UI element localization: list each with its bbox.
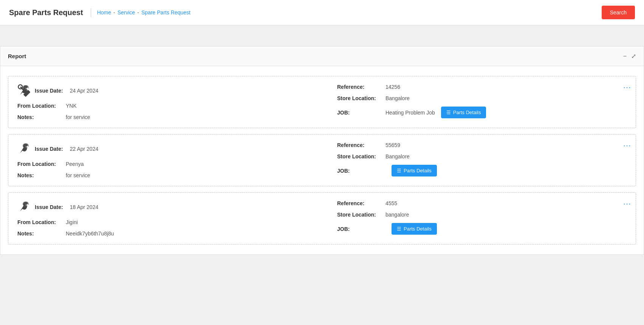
from-location-row-3: From Location: Jigini — [17, 219, 322, 225]
minimize-icon[interactable]: − — [623, 53, 627, 60]
from-location-row-2: From Location: Peenya — [17, 161, 322, 167]
store-location-value-3: bangalore — [385, 212, 409, 218]
parts-details-label-2: Parts Details — [404, 168, 432, 173]
job-row-2: JOB: ☰ Parts Details — [337, 165, 627, 176]
job-field-row-1: JOB: Heating Problem Job — [337, 110, 435, 116]
breadcrumb-service[interactable]: Service — [118, 9, 135, 15]
notes-row-2: Notes: for service — [17, 172, 322, 178]
reference-label-1: Reference: — [337, 84, 382, 90]
reference-row-1: Reference: 14256 — [337, 84, 627, 90]
job-value-1: Heating Problem Job — [385, 110, 435, 116]
notes-value-3: Neeidk7yb6th7u8j8u — [66, 231, 114, 237]
breadcrumb-home[interactable]: Home — [97, 9, 111, 15]
list-icon-1: ☰ — [446, 110, 451, 115]
record-card-3: ⋮ Issue Date: 18 Apr 2024 From Loca — [8, 192, 636, 245]
breadcrumb-sep-1: - — [113, 9, 115, 15]
breadcrumb: Home - Service - Spare Parts Request — [97, 9, 190, 15]
job-row-1: JOB: Heating Problem Job ☰ Parts Details — [337, 107, 627, 118]
issue-date-row-2: Issue Date: 22 Apr 2024 — [17, 142, 322, 156]
issue-date-row-3: Issue Date: 18 Apr 2024 — [17, 200, 322, 214]
from-location-value-3: Jigini — [66, 219, 78, 225]
record-card: ⋮ — [8, 76, 636, 128]
reference-row-2: Reference: 55659 — [337, 142, 627, 148]
wrench-icon-1 — [17, 84, 31, 98]
issue-date-row-1: Issue Date: 24 Apr 2024 — [17, 84, 322, 98]
job-label-group-1: JOB: Heating Problem Job — [337, 110, 435, 116]
sub-header — [0, 25, 644, 46]
reference-value-1: 14256 — [385, 84, 400, 90]
job-field-row-3: JOB: — [337, 226, 385, 232]
record-right-2: Reference: 55659 Store Location: Bangalo… — [322, 142, 627, 178]
store-location-row-2: Store Location: Bangalore — [337, 153, 627, 159]
app-title: Spare Parts Request — [9, 8, 91, 17]
main-content: Report − ⤢ ⋮ — [0, 46, 644, 255]
app-header: Spare Parts Request Home - Service - Spa… — [0, 0, 644, 25]
store-location-row-3: Store Location: bangalore — [337, 212, 627, 218]
report-header: Report − ⤢ — [0, 46, 644, 66]
parts-details-button-1[interactable]: ☰ Parts Details — [441, 107, 486, 118]
store-location-label-1: Store Location: — [337, 95, 382, 101]
notes-value-1: for service — [66, 114, 90, 120]
parts-details-button-3[interactable]: ☰ Parts Details — [392, 223, 437, 235]
reference-value-3: 4555 — [385, 200, 397, 206]
list-icon-3: ☰ — [397, 226, 401, 232]
job-row-3: JOB: ☰ Parts Details — [337, 223, 627, 235]
notes-label-2: Notes: — [17, 172, 63, 178]
notes-row-1: Notes: for service — [17, 114, 322, 120]
record-grid-1: Issue Date: 24 Apr 2024 From Location: Y… — [17, 84, 627, 120]
record-left-2: Issue Date: 22 Apr 2024 From Location: P… — [17, 142, 322, 178]
reference-row-3: Reference: 4555 — [337, 200, 627, 206]
issue-date-value-1: 24 Apr 2024 — [70, 88, 99, 94]
job-label-3: JOB: — [337, 226, 382, 232]
record-card-2: ⋮ Issue Date: 22 Apr 2024 From Loca — [8, 134, 636, 186]
report-controls: − ⤢ — [623, 53, 636, 60]
from-location-value-2: Peenya — [66, 161, 84, 167]
from-location-label-3: From Location: — [17, 219, 63, 225]
reference-label-2: Reference: — [337, 142, 382, 148]
wrench-icon-3 — [17, 200, 31, 214]
notes-row-3: Notes: Neeidk7yb6th7u8j8u — [17, 231, 322, 237]
record-right-3: Reference: 4555 Store Location: bangalor… — [322, 200, 627, 237]
job-label-2: JOB: — [337, 168, 382, 174]
from-location-label-2: From Location: — [17, 161, 63, 167]
report-panel: Report − ⤢ ⋮ — [0, 46, 644, 255]
records-container: ⋮ — [0, 66, 644, 254]
parts-details-button-2[interactable]: ☰ Parts Details — [392, 165, 437, 176]
record-right-1: Reference: 14256 Store Location: Bangalo… — [322, 84, 627, 120]
reference-label-3: Reference: — [337, 200, 382, 206]
list-icon-2: ☰ — [397, 168, 401, 173]
reference-value-2: 55659 — [385, 142, 400, 148]
notes-label-3: Notes: — [17, 231, 63, 237]
header-left: Spare Parts Request Home - Service - Spa… — [9, 8, 190, 17]
issue-date-label-1: Issue Date: — [35, 88, 63, 94]
from-location-label-1: From Location: — [17, 103, 63, 109]
wrench-icon-2 — [17, 142, 31, 156]
report-title: Report — [8, 53, 26, 59]
issue-date-label-2: Issue Date: — [35, 146, 63, 152]
issue-date-label-3: Issue Date: — [35, 204, 63, 210]
from-location-value-1: YNK — [66, 103, 77, 109]
job-field-row-2: JOB: — [337, 168, 385, 174]
store-location-row-1: Store Location: Bangalore — [337, 95, 627, 101]
parts-details-label-1: Parts Details — [453, 110, 481, 115]
record-grid-2: Issue Date: 22 Apr 2024 From Location: P… — [17, 142, 627, 178]
breadcrumb-sep-2: - — [137, 9, 139, 15]
job-label-1: JOB: — [337, 110, 382, 116]
record-left-3: Issue Date: 18 Apr 2024 From Location: J… — [17, 200, 322, 237]
store-location-label-2: Store Location: — [337, 153, 382, 159]
record-left-1: Issue Date: 24 Apr 2024 From Location: Y… — [17, 84, 322, 120]
search-button[interactable]: Search — [602, 6, 635, 19]
from-location-row-1: From Location: YNK — [17, 103, 322, 109]
issue-date-value-3: 18 Apr 2024 — [70, 204, 99, 210]
store-location-value-2: Bangalore — [385, 153, 410, 159]
breadcrumb-spare-parts[interactable]: Spare Parts Request — [141, 9, 190, 15]
store-location-value-1: Bangalore — [385, 95, 410, 101]
notes-value-2: for service — [66, 172, 90, 178]
notes-label-1: Notes: — [17, 114, 63, 120]
issue-date-value-2: 22 Apr 2024 — [70, 146, 99, 152]
record-grid-3: Issue Date: 18 Apr 2024 From Location: J… — [17, 200, 627, 237]
store-location-label-3: Store Location: — [337, 212, 382, 218]
parts-details-label-3: Parts Details — [404, 226, 432, 232]
expand-icon[interactable]: ⤢ — [631, 53, 636, 60]
